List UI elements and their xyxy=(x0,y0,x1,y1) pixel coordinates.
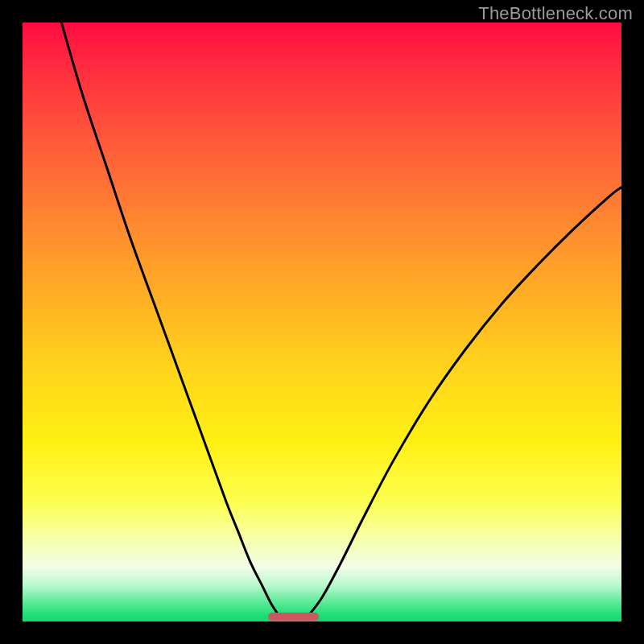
curve-right-branch xyxy=(307,188,621,617)
curve-svg xyxy=(23,23,621,621)
watermark-label: TheBottleneck.com xyxy=(478,3,633,24)
chart-frame: TheBottleneck.com xyxy=(0,0,644,644)
bottleneck-marker xyxy=(268,613,319,621)
curve-left-branch xyxy=(61,23,280,617)
plot-area xyxy=(23,23,621,621)
